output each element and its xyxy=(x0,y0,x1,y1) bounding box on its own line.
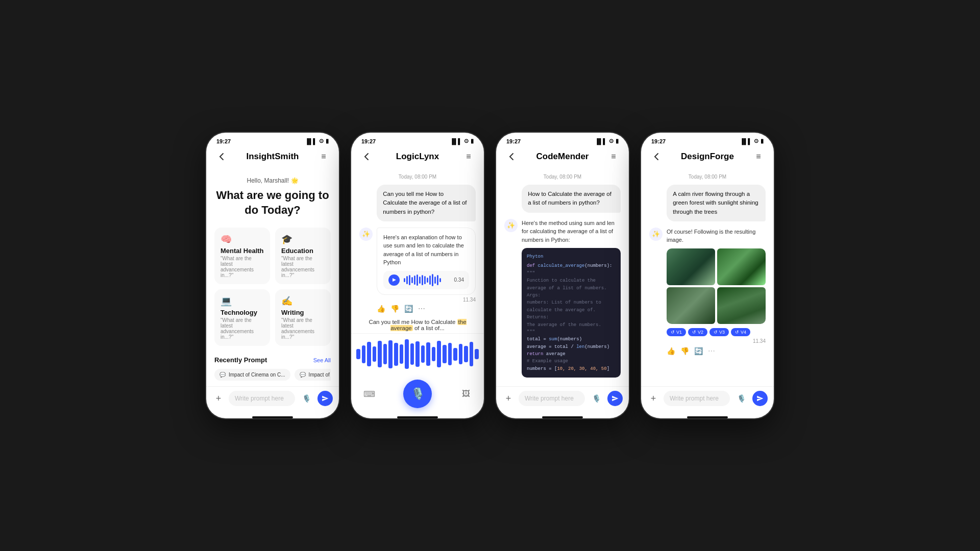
vwb xyxy=(378,341,382,367)
category-writing[interactable]: ✍️ Writing "What are the latest advancem… xyxy=(275,289,331,346)
status-icons-2: ▐▌▌ ⊙ ▮ xyxy=(450,138,474,144)
phone-designforge: 19:27 ▐▌▌ ⊙ ▮ DesignForge ≡ Today, 08:00… xyxy=(641,133,774,418)
prompt-input-3[interactable]: Write prompt here xyxy=(519,391,585,406)
vwb xyxy=(356,349,360,359)
menu-icon-3[interactable]: ≡ xyxy=(606,149,621,164)
wb xyxy=(429,276,431,285)
add-button-3[interactable]: + xyxy=(502,392,514,405)
prompt-input-4[interactable]: Write prompt here xyxy=(664,391,730,406)
wb xyxy=(439,278,441,282)
nav-bar-2: LogicLynx ≡ xyxy=(351,146,484,169)
technology-icon: 💻 xyxy=(220,295,264,307)
wb xyxy=(411,277,413,283)
see-all-button[interactable]: See All xyxy=(313,357,331,363)
home-indicator-2 xyxy=(397,416,438,418)
recent-chip-2[interactable]: 💬 Impact of Cine... xyxy=(295,369,331,381)
version-chip-v4[interactable]: ↺ V4 xyxy=(731,328,750,336)
send-button-1[interactable] xyxy=(317,391,333,406)
writing-icon: ✍️ xyxy=(281,295,325,307)
vwb xyxy=(426,342,430,366)
vwb xyxy=(432,347,436,361)
ai-msg-4: ✨ Of course! Following is the resulting … xyxy=(649,228,766,355)
menu-icon-1[interactable]: ≡ xyxy=(316,149,331,164)
mic-button[interactable]: 🎙️ xyxy=(403,380,432,408)
category-education[interactable]: 🎓 Education "What are the latest advance… xyxy=(275,228,331,284)
code-line-5: Args: xyxy=(527,292,616,299)
menu-icon-2[interactable]: ≡ xyxy=(461,149,476,164)
code-line-2: """ xyxy=(527,270,616,277)
keyboard-icon[interactable]: ⌨ xyxy=(361,386,377,402)
prompt-placeholder-3: Write prompt here xyxy=(525,395,574,402)
version-chip-v2[interactable]: ↺ V2 xyxy=(688,328,707,336)
send-button-4[interactable] xyxy=(752,391,768,406)
back-button-1[interactable] xyxy=(214,149,229,164)
menu-icon-4[interactable]: ≡ xyxy=(751,149,766,164)
status-time-4: 19:27 xyxy=(651,138,666,144)
date-label-2: Today, 08:00 PM xyxy=(359,174,476,180)
thumbup-icon[interactable]: 👍 xyxy=(377,305,385,313)
wb xyxy=(432,274,433,286)
signal-icon: ▐▌▌ xyxy=(305,138,317,144)
add-button-1[interactable]: + xyxy=(212,392,225,405)
code-line-7: calculate the average of. xyxy=(527,307,616,314)
battery-icon-4: ▮ xyxy=(761,138,764,144)
ai-avatar-3: ✨ xyxy=(504,219,518,232)
code-line-15: numbers = [10, 20, 30, 40, 50] xyxy=(527,365,616,372)
generated-image-3[interactable] xyxy=(667,287,715,324)
version-chip-v3[interactable]: ↺ V3 xyxy=(709,328,729,336)
refresh-icon-4[interactable]: 🔄 xyxy=(694,347,703,355)
generated-image-1[interactable] xyxy=(667,248,715,285)
back-button-2[interactable] xyxy=(359,149,374,164)
audio-time: 0.34 xyxy=(454,276,464,284)
prompt-input-1[interactable]: Write prompt here xyxy=(229,391,295,406)
status-time-2: 19:27 xyxy=(361,138,376,144)
refresh-v2: ↺ xyxy=(692,330,696,335)
send-button-3[interactable] xyxy=(607,391,623,406)
recent-chips: 💬 Impact of Cinema on C... 💬 Impact of C… xyxy=(214,369,331,381)
recent-header: Recently Prompt See All xyxy=(214,356,331,364)
wb xyxy=(409,275,410,285)
msg-time-4: 11.34 xyxy=(667,338,766,344)
image-icon[interactable]: 🖼 xyxy=(458,386,474,402)
generated-image-2[interactable] xyxy=(717,248,766,285)
nav-bar-1: InsightSmith ≡ xyxy=(206,146,339,169)
vwb xyxy=(400,344,404,364)
category-technology[interactable]: 💻 Technology "What are the latest advanc… xyxy=(214,289,270,346)
version-chip-v1[interactable]: ↺ V1 xyxy=(667,328,686,336)
v4-label: V4 xyxy=(741,330,746,335)
battery-icon-3: ▮ xyxy=(616,138,619,144)
refresh-v4: ↺ xyxy=(735,330,739,335)
ai-msg-3: ✨ Here's the method using sum and len fo… xyxy=(504,219,621,378)
partial-user-msg: Can you tell me How to Calculate the ave… xyxy=(364,319,471,331)
code-line-10: """ xyxy=(527,329,616,336)
chip-label-2: Impact of Cine... xyxy=(309,372,331,378)
wifi-icon-3: ⊙ xyxy=(609,138,614,144)
category-mental-health[interactable]: 🧠 Mental Health "What are the latest adv… xyxy=(214,228,270,284)
back-button-3[interactable] xyxy=(504,149,519,164)
mic-icon-1[interactable]: 🎙️ xyxy=(299,391,313,406)
mic-icon-3[interactable]: 🎙️ xyxy=(589,391,603,406)
add-button-4[interactable]: + xyxy=(647,392,659,405)
generated-image-4[interactable] xyxy=(717,287,766,324)
thumbup-icon-4[interactable]: 👍 xyxy=(667,347,675,355)
wb xyxy=(437,275,438,285)
date-label-4: Today, 08:00 PM xyxy=(649,174,766,180)
play-button[interactable]: ▶ xyxy=(388,274,400,286)
more-icon-4[interactable]: ⋯ xyxy=(708,347,715,355)
back-button-4[interactable] xyxy=(649,149,664,164)
code-line-9: The average of the numbers. xyxy=(527,321,616,329)
thumbdown-icon-4[interactable]: 👎 xyxy=(680,347,689,355)
vwb xyxy=(373,346,377,362)
thumbdown-icon[interactable]: 👎 xyxy=(390,305,399,313)
refresh-icon[interactable]: 🔄 xyxy=(404,305,413,313)
recent-chip-1[interactable]: 💬 Impact of Cinema on C... xyxy=(214,369,290,381)
wb xyxy=(419,277,421,284)
user-msg-4: A calm river flowing through a green for… xyxy=(667,185,766,221)
nav-bar-4: DesignForge ≡ xyxy=(641,146,774,169)
refresh-v1: ↺ xyxy=(671,330,675,335)
writing-desc: "What are the latest advancements in...?… xyxy=(281,317,325,340)
more-icon[interactable]: ⋯ xyxy=(418,305,425,313)
technology-desc: "What are the latest advancements in...?… xyxy=(220,317,264,340)
mic-icon-4[interactable]: 🎙️ xyxy=(734,391,748,406)
mental-health-icon: 🧠 xyxy=(220,234,264,245)
